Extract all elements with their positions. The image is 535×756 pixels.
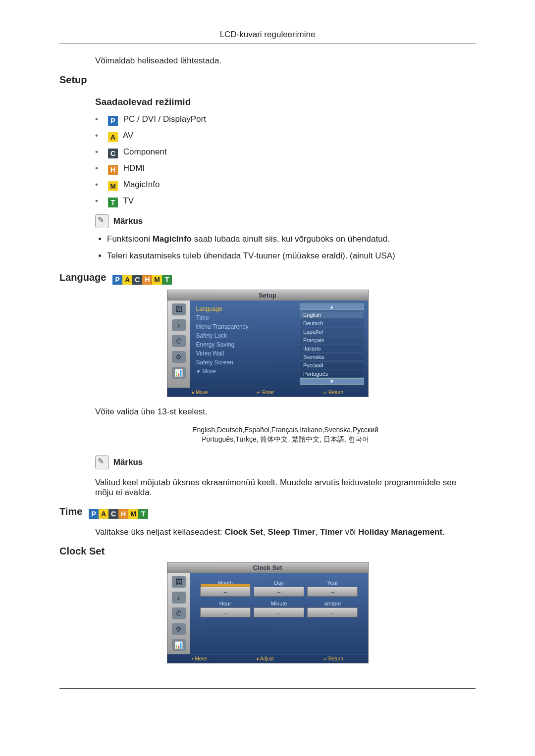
- mode-pc-label: PC / DVI / DisplayPort: [123, 114, 206, 124]
- clockset-osd: Clock Set 🖼 ♪ ⏱ ⚙ 📊 Month Day Year: [167, 562, 369, 663]
- osd-menu-list: Language Time Menu Transparency Safety L…: [190, 301, 299, 388]
- osd-mi-transparency[interactable]: Menu Transparency: [196, 322, 294, 331]
- mode-h-icon: H: [108, 165, 118, 175]
- osd-opt-portugues[interactable]: Português: [300, 370, 364, 378]
- osd-opt-svenska[interactable]: Svenska: [300, 353, 364, 361]
- mode-hdmi-label: HDMI: [123, 163, 145, 173]
- language-list-image: English,Deutsch,Español,Français,Italian…: [157, 425, 414, 445]
- header-rule: [59, 44, 476, 44]
- input-minute[interactable]: --: [254, 607, 304, 617]
- osd-mi-videowall[interactable]: Video Wall: [196, 349, 294, 358]
- time-a-icon: A: [99, 509, 108, 519]
- lbl-ampm: am/pm: [307, 601, 358, 606]
- osd-mi-safetyscreen[interactable]: Safety Screen: [196, 358, 294, 367]
- note-icon: [95, 214, 109, 228]
- setup-notes-list: Funktsiooni MagicInfo saab lubada ainult…: [95, 233, 476, 262]
- input-ampm[interactable]: --: [307, 607, 358, 617]
- lang-t-icon: T: [162, 275, 172, 285]
- language-note-text: Valitud keel mõjutab üksnes ekraanimenüü…: [95, 478, 476, 498]
- mode-av-label: AV: [123, 131, 133, 140]
- sound-reset-text: Võimaldab heliseaded lähtestada.: [95, 56, 476, 66]
- osd-opt-deutsch[interactable]: Deutsch: [300, 319, 364, 327]
- lbl-minute: Minute: [254, 601, 304, 606]
- mode-tv-label: TV: [123, 196, 134, 205]
- input-year[interactable]: --: [307, 587, 358, 597]
- osd-title: Clock Set: [167, 562, 368, 573]
- time-intro: Valitakse üks neljast kellaseadest: Cloc…: [95, 527, 476, 537]
- osd-footer: • Move ♦ Adjust ⤾ Return: [167, 654, 368, 663]
- time-p-icon: P: [89, 509, 99, 519]
- lang-c-icon: C: [132, 275, 142, 285]
- osd-sound-icon: ♪: [172, 319, 186, 331]
- osd-footer: ♦ Move ↵ Enter ⤾ Return: [167, 388, 368, 397]
- osd-info-icon: 📊: [172, 367, 186, 379]
- setup-heading: Setup: [59, 74, 476, 86]
- modes-heading: Saadaolevad režiimid: [95, 97, 476, 107]
- lang-p-icon: P: [112, 275, 122, 285]
- osd-foot-return: ⤾ Return: [323, 656, 343, 661]
- time-m-icon: M: [128, 509, 138, 519]
- mode-list: P PC / DVI / DisplayPort A AV C Componen…: [95, 114, 476, 207]
- osd-scroll-up[interactable]: ▲: [300, 303, 364, 310]
- osd-title: Setup: [167, 290, 368, 301]
- osd-side-icons: 🖼 ♪ ⏱ ⚙ 📊: [167, 573, 190, 654]
- osd-multi-icon: ⚙: [172, 623, 186, 635]
- input-day[interactable]: --: [254, 587, 304, 597]
- lang-m-icon: M: [152, 275, 162, 285]
- osd-info-icon: 📊: [172, 639, 186, 651]
- note-icon: [95, 455, 109, 469]
- osd-foot-return: ⤾ Return: [323, 390, 343, 395]
- time-h-icon: H: [118, 509, 128, 519]
- language-heading: Language: [59, 272, 106, 283]
- osd-side-icons: 🖼 ♪ ⏱ ⚙ 📊: [167, 301, 190, 388]
- time-c-icon: C: [108, 509, 118, 519]
- note-label: Märkus: [113, 457, 143, 467]
- mode-component-label: Component: [123, 147, 167, 156]
- osd-mi-energy[interactable]: Energy Saving: [196, 340, 294, 349]
- osd-opt-espanol[interactable]: Español: [300, 328, 364, 336]
- time-t-icon: T: [138, 509, 148, 519]
- osd-mi-time[interactable]: Time: [196, 313, 294, 322]
- osd-foot-move: ♦ Move: [192, 390, 208, 395]
- language-osd: Setup 🖼 ♪ ⏱ ⚙ 📊 Language Time Menu Trans…: [167, 290, 369, 397]
- mode-m-icon: M: [108, 181, 118, 191]
- osd-options: ▲ English Deutsch Español Français Itali…: [299, 301, 368, 388]
- osd-foot-enter: ↵ Enter: [257, 390, 274, 395]
- mode-a-icon: A: [108, 132, 118, 142]
- page-header-title: LCD-kuvari reguleerimine: [59, 30, 476, 44]
- osd-foot-adjust: ♦ Adjust: [256, 656, 273, 661]
- input-hour[interactable]: --: [200, 607, 251, 617]
- osd-sound-icon: ♪: [172, 592, 186, 604]
- osd-opt-francais[interactable]: Français: [300, 336, 364, 344]
- mode-c-icon: C: [108, 149, 118, 158]
- osd-picture-icon: 🖼: [172, 303, 186, 315]
- note-label: Märkus: [113, 216, 143, 226]
- osd-mi-more[interactable]: More: [196, 367, 294, 376]
- mode-p-icon: P: [108, 116, 118, 126]
- osd-multi-icon: ⚙: [172, 351, 186, 363]
- lbl-day: Day: [254, 580, 304, 586]
- osd-foot-move: • Move: [192, 656, 207, 661]
- osd-setup-icon: ⏱: [172, 335, 186, 347]
- lang-a-icon: A: [122, 275, 132, 285]
- lbl-year: Year: [307, 580, 358, 586]
- osd-opt-italiano[interactable]: Italiano: [300, 345, 364, 353]
- language-intro: Võite valida ühe 13-st keelest.: [95, 407, 476, 417]
- clockset-heading: Clock Set: [59, 546, 476, 557]
- osd-mi-language[interactable]: Language: [196, 304, 294, 313]
- osd-opt-russkiy[interactable]: Русский: [300, 361, 364, 369]
- setup-note-2: Teleri kasutamiseks tuleb ühendada TV-tu…: [107, 250, 476, 262]
- osd-picture-icon: 🖼: [172, 576, 186, 588]
- osd-scroll-down[interactable]: ▼: [300, 378, 364, 385]
- mode-magic-label: MagicInfo: [123, 180, 160, 189]
- time-heading: Time: [59, 506, 82, 517]
- osd-setup-icon: ⏱: [172, 607, 186, 619]
- mode-t-icon: T: [108, 198, 118, 207]
- osd-opt-english[interactable]: English: [300, 311, 364, 319]
- input-month[interactable]: --: [200, 587, 251, 597]
- setup-note-1: Funktsiooni MagicInfo saab lubada ainult…: [107, 233, 476, 245]
- osd-mi-safetylock[interactable]: Safety Lock: [196, 331, 294, 340]
- lbl-hour: Hour: [200, 601, 251, 606]
- footer-rule: [59, 688, 476, 689]
- lang-h-icon: H: [142, 275, 152, 285]
